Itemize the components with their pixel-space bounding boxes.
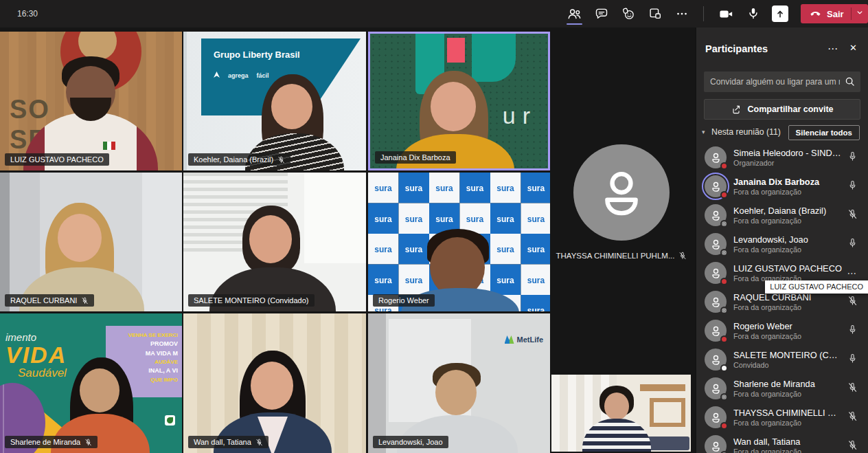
video-tile-rogerio[interactable]: sura sura sura sura Rogerio Weber (368, 173, 550, 311)
audio-only-tile-thayssa[interactable]: THAYSSA CHIMINELLI PUHLM... (551, 131, 692, 260)
participant-row[interactable]: SALETE MONTEIRO (Convida... Convidado (696, 345, 868, 374)
participant-name: SALETE MONTEIRO (Convidado) (194, 296, 309, 305)
invite-search (704, 71, 860, 92)
participant-role: Fora da organização (733, 390, 846, 398)
backdrop-text: ur (503, 102, 537, 129)
participant-row[interactable]: THAYSSA CHIMINELLI PUHLM... Fora da orga… (696, 403, 868, 432)
mic-on-icon[interactable] (846, 238, 858, 251)
video-tile-wandall[interactable]: Wan dall, Tatiana (183, 313, 366, 453)
participant-info: RAQUEL CURBANI Fora da organização (733, 292, 846, 311)
participant-info: THAYSSA CHIMINELLI PUHLM... Fora da orga… (733, 408, 846, 427)
camera-icon (718, 6, 734, 22)
more-options-button[interactable] (668, 0, 695, 27)
avatar (705, 406, 727, 428)
participant-name: Wan dall, Tatiana (194, 438, 251, 446)
mic-muted-icon (255, 439, 263, 446)
person-placeholder-icon (709, 382, 722, 395)
participant-row[interactable]: Rogerio Weber Fora da organização (696, 316, 868, 345)
status-away (720, 364, 728, 372)
participant-name: THAYSSA CHIMINELLI PUHLM... (556, 252, 675, 260)
video-tile-sharlene[interactable]: imento VIDA Saudável VENHA SE EXERCI PRO… (0, 313, 182, 453)
share-invite-label: Compartilhar convite (747, 104, 833, 114)
search-icon (844, 76, 856, 90)
participant-info: Koehler, Daiana (Brazil) Fora da organiz… (733, 206, 846, 225)
breakout-rooms-button[interactable] (641, 0, 668, 27)
mic-on-icon[interactable] (846, 151, 858, 164)
share-invite-icon (731, 104, 742, 115)
status-offline (720, 220, 728, 228)
video-stage: SO SEG LUIZ GUSTAVO PACHECO Grupo Libert… (0, 27, 695, 453)
banner-title: Grupo Liberty Brasil (214, 49, 300, 60)
share-screen-button[interactable] (766, 0, 793, 27)
person-placeholder-icon (709, 209, 722, 222)
mic-muted-icon[interactable] (846, 209, 858, 222)
chat-button[interactable] (588, 0, 615, 27)
people-icon (567, 6, 582, 22)
mic-muted-icon[interactable] (846, 296, 858, 309)
participant-info: LUIZ GUSTAVO PACHECO Fora da organização (733, 263, 846, 283)
participant-name: RAQUEL CURBANI (10, 296, 77, 305)
meeting-section-header: ▾ Nesta reunião (11) Silenciar todos (696, 125, 868, 142)
mic-on-icon[interactable] (846, 180, 858, 193)
status-offline (720, 393, 728, 401)
tile-backdrop: Grupo Liberty Brasil agrega fácil (183, 32, 366, 170)
leave-options-button[interactable] (852, 8, 868, 20)
participant-row[interactable]: Koehler, Daiana (Brazil) Fora da organiz… (696, 201, 868, 230)
video-tile-luiz[interactable]: SO SEG LUIZ GUSTAVO PACHECO (0, 32, 182, 170)
close-panel-icon[interactable]: ✕ (849, 43, 857, 53)
figure-head (58, 214, 102, 262)
figure-head (80, 368, 119, 412)
participant-role: Fora da organização (733, 419, 846, 427)
video-tile-janaina-active-speaker[interactable]: ur Janaina Dix Barboza (368, 32, 550, 170)
leave-button-main[interactable]: Sair (801, 6, 851, 22)
toolbar-divider (703, 6, 704, 21)
tile-backdrop: SO SEG (0, 32, 182, 170)
camera-button[interactable] (713, 0, 740, 27)
participant-name: Janaina Dix Barboza (733, 177, 842, 187)
status-busy (720, 191, 728, 199)
invite-search-input[interactable] (704, 71, 860, 92)
tile-backdrop: ur (370, 34, 548, 168)
mic-button[interactable] (740, 0, 766, 27)
video-tile-raquel[interactable]: RAQUEL CURBANI (0, 173, 182, 311)
video-tile-koehler[interactable]: Grupo Liberty Brasil agrega fácil Koehle… (183, 32, 366, 170)
participant-row[interactable]: Simeia Heleodoro - SINDSEG... Organizado… (696, 143, 868, 172)
poster-line: VENHA SE EXERCI (106, 331, 178, 340)
participant-role: Fora da organização (733, 303, 846, 311)
participant-row[interactable]: Wan dall, Tatiana Fora da organização (696, 432, 868, 453)
shelf (650, 398, 685, 427)
person-placeholder-icon (709, 353, 722, 366)
mute-all-button[interactable]: Silenciar todos (788, 125, 860, 140)
reactions-icon (621, 6, 636, 21)
figure-head (271, 84, 312, 129)
reactions-button[interactable] (615, 0, 641, 27)
mic-muted-icon[interactable] (846, 440, 858, 453)
mic-muted-icon[interactable] (846, 382, 858, 395)
mic-muted-icon (678, 252, 687, 260)
participant-row[interactable]: Sharlene de Miranda Fora da organização (696, 374, 868, 403)
office-wall (368, 313, 386, 453)
self-view-tile[interactable] (551, 375, 691, 452)
meeting-topbar: 16:30 (0, 0, 868, 27)
mic-on-icon[interactable] (846, 324, 858, 338)
video-tile-salete[interactable]: SALETE MONTEIRO (Convidado) (183, 173, 366, 311)
person-placeholder-icon (709, 151, 722, 164)
participant-row[interactable]: Janaina Dix Barboza Fora da organização (696, 172, 868, 201)
leave-button[interactable]: Sair (801, 4, 868, 23)
mic-muted-icon[interactable] (846, 411, 858, 424)
panel-more-options-icon[interactable]: ⋯ (827, 43, 838, 55)
share-invite-button[interactable]: Compartilhar convite (704, 99, 860, 120)
participant-info: Wan dall, Tatiana Fora da organização (733, 437, 846, 453)
row-more-options-icon[interactable]: ⋯ (846, 267, 858, 278)
video-tile-levandowski[interactable]: MetLife Levandowski, Joao (368, 313, 550, 453)
italy-flag-patch (103, 142, 115, 150)
participants-button[interactable] (561, 0, 588, 27)
collapse-caret-icon[interactable]: ▾ (702, 129, 705, 135)
name-label: Sharlene de Miranda (5, 436, 98, 448)
participant-role: Convidado (733, 361, 846, 369)
mic-on-icon[interactable] (846, 353, 858, 366)
name-label: Rogerio Weber (373, 294, 435, 307)
avatar (705, 291, 727, 313)
participant-row[interactable]: Levandowski, Joao Fora da organização (696, 230, 868, 258)
participant-role: Fora da organização (733, 245, 846, 254)
